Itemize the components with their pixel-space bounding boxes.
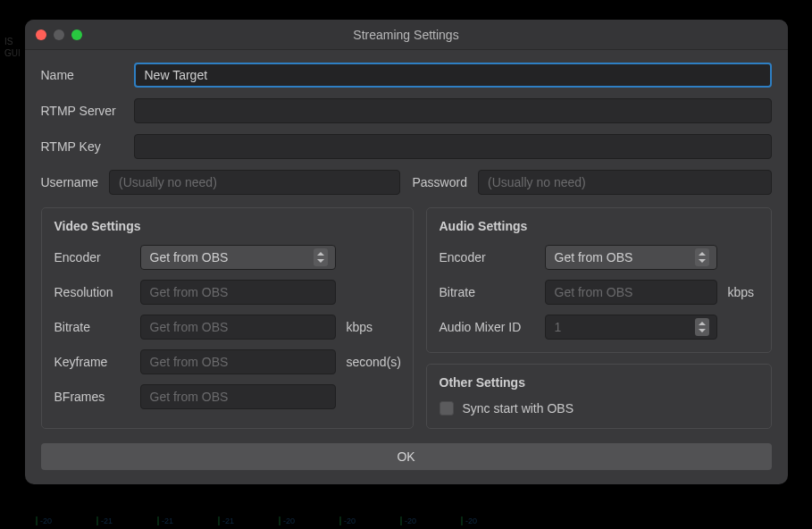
username-input[interactable]	[109, 170, 399, 195]
resolution-input[interactable]: Get from OBS	[140, 280, 336, 305]
video-bitrate-label: Bitrate	[54, 320, 133, 334]
audio-encoder-value: Get from OBS	[555, 250, 633, 264]
video-encoder-label: Encoder	[54, 250, 133, 264]
audio-mixer-value: 1	[555, 320, 562, 334]
audio-encoder-label: Encoder	[439, 250, 538, 264]
window-title: Streaming Settings	[353, 28, 458, 42]
streaming-settings-dialog: Streaming Settings Name RTMP Server RTMP…	[25, 20, 788, 484]
zoom-icon[interactable]	[71, 29, 82, 40]
audio-bitrate-input[interactable]: Get from OBS	[545, 280, 717, 305]
name-input[interactable]	[134, 63, 772, 88]
bframes-label: BFrames	[54, 390, 133, 404]
rtmp-key-label: RTMP Key	[41, 139, 134, 154]
resolution-label: Resolution	[54, 285, 133, 299]
rtmp-key-input[interactable]	[134, 134, 772, 159]
password-input[interactable]	[478, 170, 772, 195]
name-label: Name	[41, 68, 134, 82]
video-encoder-select[interactable]: Get from OBS	[140, 245, 336, 270]
close-icon[interactable]	[36, 29, 46, 40]
other-settings-panel: Other Settings Sync start with OBS	[426, 364, 772, 429]
video-encoder-value: Get from OBS	[150, 250, 229, 264]
keyframe-unit: second(s)	[347, 355, 400, 369]
stepper-icon	[695, 248, 709, 266]
rtmp-server-label: RTMP Server	[41, 104, 134, 118]
video-settings-panel: Video Settings Encoder Get from OBS Reso…	[41, 207, 414, 429]
stepper-icon	[314, 248, 328, 266]
audio-bitrate-unit: kbps	[728, 285, 758, 299]
titlebar: Streaming Settings	[25, 20, 788, 50]
audio-settings-panel: Audio Settings Encoder Get from OBS	[426, 207, 772, 353]
stepper-icon	[695, 318, 709, 336]
window-controls	[36, 29, 82, 40]
video-settings-title: Video Settings	[54, 219, 400, 233]
audio-mixer-label: Audio Mixer ID	[439, 320, 538, 334]
username-label: Username	[41, 175, 99, 189]
bframes-input[interactable]: Get from OBS	[140, 384, 336, 409]
audio-bitrate-label: Bitrate	[439, 285, 538, 299]
sync-start-label: Sync start with OBS	[463, 401, 573, 416]
video-bitrate-input[interactable]: Get from OBS	[140, 315, 336, 340]
audio-mixer-select[interactable]: 1	[545, 315, 717, 340]
rtmp-server-input[interactable]	[134, 98, 772, 123]
keyframe-label: Keyframe	[54, 355, 133, 369]
audio-settings-title: Audio Settings	[439, 219, 758, 233]
password-label: Password	[413, 175, 467, 189]
dialog-content: Name RTMP Server RTMP Key Username Passw…	[25, 50, 788, 484]
sync-start-checkbox[interactable]	[439, 401, 454, 416]
sync-start-row[interactable]: Sync start with OBS	[439, 401, 758, 416]
video-bitrate-unit: kbps	[347, 320, 400, 334]
other-settings-title: Other Settings	[439, 375, 758, 390]
minimize-icon	[54, 29, 64, 40]
audio-encoder-select[interactable]: Get from OBS	[545, 245, 717, 270]
keyframe-input[interactable]: Get from OBS	[140, 349, 336, 374]
ok-button[interactable]: OK	[41, 443, 772, 470]
